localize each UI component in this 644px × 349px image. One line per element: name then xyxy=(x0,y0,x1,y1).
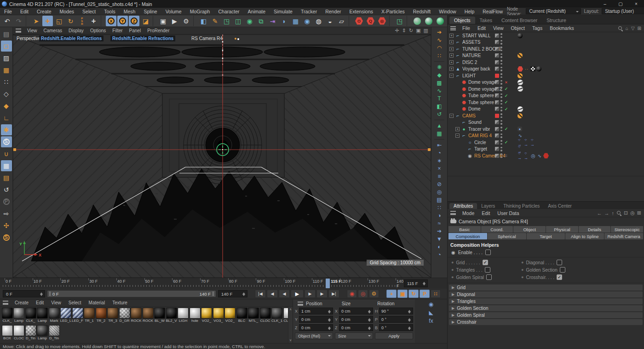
menu-render[interactable]: Render xyxy=(321,9,345,14)
align-workplane-icon[interactable]: ▤ xyxy=(1,172,12,183)
enable-state[interactable]: × xyxy=(504,80,509,85)
material-tr-2[interactable]: TR_2 xyxy=(95,308,107,325)
make-editable-icon[interactable]: ▤ xyxy=(1,29,12,40)
end-frame-field[interactable]: 140 F xyxy=(218,290,247,297)
xp-trail-icon[interactable]: ∿ xyxy=(433,87,445,94)
spline-arc-icon[interactable]: ◗ xyxy=(279,16,289,26)
material-burger-icon[interactable] xyxy=(3,301,8,305)
object-row-light[interactable]: −⌐LIGHT xyxy=(448,72,644,79)
selection-tag-icon[interactable]: ·· xyxy=(524,66,529,72)
coord-mode-dropdown[interactable]: Object (Rel) xyxy=(295,332,333,339)
edges-mode-icon[interactable]: ◇ xyxy=(1,88,12,99)
vp-dolly-icon[interactable]: ⇕ xyxy=(402,28,406,34)
null-object-icon[interactable]: ⌐ xyxy=(467,146,473,151)
material-scrollbar[interactable]: ∧ ∨ xyxy=(288,307,293,343)
points-mode-icon[interactable]: ∷ xyxy=(1,76,12,87)
null-object-icon[interactable]: ⌐ xyxy=(455,47,461,52)
layer-chip[interactable] xyxy=(495,53,499,58)
preview-range-slider[interactable]: 0 F 140 F xyxy=(47,290,216,297)
menu-edit[interactable]: Edit xyxy=(16,9,33,14)
autokey-button[interactable]: ◎ xyxy=(358,290,368,298)
tracer-object-icon[interactable]: ● xyxy=(461,127,467,132)
attr-page-composition[interactable]: Composition xyxy=(448,233,487,239)
material-vo2[interactable]: VO2_ xyxy=(224,308,236,325)
deformer-icon[interactable]: ◉ xyxy=(244,16,255,26)
material-ball-gray-icon[interactable] xyxy=(412,16,422,26)
menu-select[interactable]: Select xyxy=(78,9,100,14)
attr-page-stereoscopic[interactable]: Stereoscopic xyxy=(611,226,643,233)
menu-realflow[interactable]: RealFlow xyxy=(478,9,507,14)
visibility-dots[interactable] xyxy=(500,113,502,118)
enable-state[interactable]: ✓ xyxy=(504,93,509,98)
checkbox-golden-spiral[interactable] xyxy=(486,274,492,280)
om-menu-view[interactable]: View xyxy=(489,25,507,31)
magnet-icon[interactable]: ∪ xyxy=(1,148,12,159)
material-rock[interactable]: ROCK xyxy=(142,308,154,325)
attr-tab-thinking-particles[interactable]: Thinking Particles xyxy=(499,203,544,209)
object-row-assets[interactable]: +⌐ASSETS xyxy=(448,39,644,46)
xp-direction-icon[interactable]: ➔ xyxy=(433,227,445,235)
measure-icon[interactable]: ⇥ xyxy=(267,16,278,26)
redshift-camera-icon[interactable]: ◎ xyxy=(377,16,387,26)
enable-state[interactable]: ✓ xyxy=(504,107,509,111)
visibility-dots[interactable] xyxy=(500,80,502,85)
sculpt-pull-icon[interactable]: ➔ xyxy=(433,28,445,36)
xpresso-tag-icon[interactable]: ⁘→ xyxy=(524,153,529,158)
viewport-menu-view[interactable]: View xyxy=(24,28,40,33)
layer-chip[interactable] xyxy=(495,107,499,111)
menu-animate[interactable]: Animate xyxy=(244,9,270,14)
object-row-dome-voyager-2[interactable]: ⬣Dome voyager 2✓ xyxy=(448,86,644,93)
visibility-dots[interactable] xyxy=(500,153,502,158)
menu-redshift[interactable]: Redshift xyxy=(409,9,435,14)
scale-tool-icon[interactable]: ◱ xyxy=(54,16,64,26)
z-axis-lock-icon[interactable]: Z xyxy=(129,16,139,26)
render-view-icon[interactable]: ▣ xyxy=(158,16,168,26)
texture-tag-icon[interactable] xyxy=(530,66,535,71)
xp-connect-icon[interactable]: × xyxy=(433,164,445,172)
om-menu-edit[interactable]: Edit xyxy=(474,25,489,31)
visibility-dots[interactable] xyxy=(500,147,502,151)
coord-field-position-x[interactable]: 1 cm xyxy=(299,308,333,314)
material-cloc[interactable]: CLOC xyxy=(13,325,25,343)
om-search-icon[interactable] xyxy=(618,26,623,31)
move-tool-icon[interactable]: + xyxy=(42,16,53,26)
visibility-dots[interactable] xyxy=(500,127,502,131)
tab-takes[interactable]: Takes xyxy=(475,17,497,24)
attr-burger-icon[interactable] xyxy=(450,211,456,215)
menu-simulate[interactable]: Simulate xyxy=(270,9,297,14)
key-scale-toggle[interactable]: ▣ xyxy=(397,290,408,298)
axis-modification-icon[interactable]: + xyxy=(88,16,99,26)
menu-modes[interactable]: Modes xyxy=(56,9,79,14)
layer-chip[interactable] xyxy=(495,140,499,145)
expand-toggle[interactable]: − xyxy=(455,134,460,138)
coord-field-size-x[interactable]: 0 cm xyxy=(339,308,373,314)
redshift-light-icon[interactable]: ⬣ xyxy=(461,106,467,111)
material-lamp[interactable]: Lamp xyxy=(37,308,48,325)
coordinate-system-icon[interactable]: ◪ xyxy=(140,16,151,26)
visibility-dots[interactable] xyxy=(500,140,502,145)
attr-tab-layers[interactable]: Layers xyxy=(477,203,499,209)
material-ball-split-icon[interactable] xyxy=(423,16,434,26)
prev-frame-button[interactable]: ◀ xyxy=(279,290,290,298)
layout-select[interactable]: Startup (User) xyxy=(602,8,644,14)
keying-settings-button[interactable]: ⚙ xyxy=(369,290,379,298)
xp-group-icon[interactable]: ◆ xyxy=(433,71,445,79)
attr-page-object[interactable]: Object xyxy=(513,226,546,233)
attr-page-coord[interactable]: Coord. xyxy=(481,226,513,233)
material-lamp[interactable]: Lamp xyxy=(13,308,25,325)
coord-spinner[interactable] xyxy=(408,318,411,322)
coord-field-position-y[interactable]: 0 cm xyxy=(299,316,333,323)
object-row-sound[interactable]: ⌐Sound xyxy=(448,119,644,126)
menu-help[interactable]: Help xyxy=(460,9,479,14)
coord-spinner[interactable] xyxy=(328,326,331,331)
vp-maximize-icon[interactable]: ▣ xyxy=(416,28,420,34)
section-crosshair[interactable]: ▶Crosshair xyxy=(449,319,643,325)
floor-grid-icon[interactable]: ▦ xyxy=(290,16,301,26)
coords-burger-icon[interactable] xyxy=(298,302,303,306)
lock-workplane-icon[interactable]: ▦ xyxy=(1,160,12,171)
null-object-icon[interactable]: ⌐ xyxy=(455,40,461,45)
material-menu-view[interactable]: View xyxy=(47,300,65,305)
target-tag-icon[interactable]: ◎ xyxy=(530,153,536,158)
material-bl-w[interactable]: BL_W xyxy=(154,308,166,325)
xp-dome-icon[interactable]: ◑ xyxy=(433,211,445,219)
